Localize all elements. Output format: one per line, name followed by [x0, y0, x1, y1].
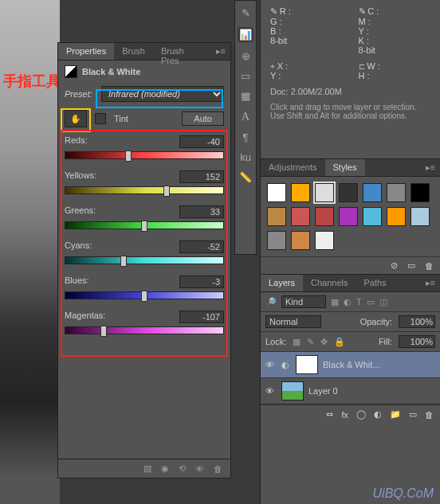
tab-styles[interactable]: Styles: [325, 159, 365, 176]
info-rgb: ✎ R : G : B : 8-bit: [270, 6, 343, 55]
panel-menu-icon[interactable]: ▸≡: [421, 159, 440, 176]
auto-button[interactable]: Auto: [182, 111, 224, 126]
adjustment-icon: ◐: [281, 360, 291, 370]
type-icon[interactable]: A: [242, 110, 250, 123]
preset-label: Preset:: [65, 89, 96, 99]
kuler-icon[interactable]: ku: [240, 151, 251, 163]
visibility-icon[interactable]: 👁: [265, 386, 277, 396]
new-style-icon[interactable]: ▭: [407, 260, 415, 271]
paragraph-icon[interactable]: ¶: [243, 131, 249, 143]
histogram-icon[interactable]: 📊: [238, 27, 253, 42]
highlight-preset: [96, 89, 223, 108]
tint-label: Tint: [114, 114, 128, 123]
info-panel: ✎ R : G : B : 8-bit ✎ C : M : Y : K : 8-…: [261, 0, 440, 159]
lock-pixels-icon[interactable]: ✎: [307, 337, 314, 347]
filter-type-icon[interactable]: T: [356, 297, 362, 307]
filter-icon[interactable]: 🔎: [265, 297, 277, 307]
fill-input[interactable]: 100%: [399, 335, 435, 348]
tint-checkbox[interactable]: [95, 113, 106, 124]
new-layer-icon[interactable]: ▭: [409, 409, 417, 420]
style-swatch[interactable]: [339, 207, 358, 226]
layer-row[interactable]: 👁 Layer 0: [261, 378, 440, 404]
style-swatch[interactable]: [411, 183, 430, 202]
filter-pixel-icon[interactable]: ▦: [331, 297, 339, 307]
tab-properties[interactable]: Properties: [58, 43, 114, 60]
style-swatch[interactable]: [315, 231, 334, 250]
toggle-visibility-icon[interactable]: 👁: [195, 464, 204, 474]
style-swatch[interactable]: [267, 231, 286, 250]
properties-footer: ▧ ◉ ⟲ 👁 🗑: [58, 459, 230, 478]
eyedropper-icon: ✎: [270, 6, 277, 16]
style-swatch[interactable]: [363, 207, 382, 226]
blend-mode-select[interactable]: Normal: [265, 315, 321, 328]
tab-paths[interactable]: Paths: [356, 275, 395, 291]
bw-adjustment-icon: [65, 65, 77, 78]
layer-name[interactable]: Layer 0: [308, 386, 338, 396]
reset-icon[interactable]: ⟲: [179, 463, 186, 474]
filter-shape-icon[interactable]: ▭: [367, 297, 375, 307]
filter-adjust-icon[interactable]: ◐: [344, 297, 352, 307]
panel-menu-icon[interactable]: ▸≡: [421, 275, 440, 291]
layer-name[interactable]: Black & Whit...: [323, 360, 380, 369]
info-wh: ⊏ W : H :: [359, 61, 431, 80]
lock-label: Lock:: [265, 337, 286, 346]
layer-thumb[interactable]: [281, 381, 304, 400]
group-icon[interactable]: 📁: [390, 409, 401, 420]
filter-kind-select[interactable]: Kind: [281, 295, 326, 308]
lock-transparent-icon[interactable]: ▦: [293, 337, 301, 347]
trash-icon[interactable]: 🗑: [214, 464, 222, 474]
opacity-label: Opacity:: [360, 317, 392, 326]
style-swatch[interactable]: [363, 183, 382, 202]
tab-channels[interactable]: Channels: [303, 275, 356, 291]
highlight-sliders: [61, 130, 228, 357]
info-cmyk: ✎ C : M : Y : K : 8-bit: [359, 6, 431, 55]
layer-row[interactable]: 👁 ◐ Black & Whit...: [261, 352, 440, 378]
tab-brush[interactable]: Brush: [114, 43, 153, 60]
visibility-icon[interactable]: 👁: [265, 360, 277, 369]
trash-icon[interactable]: 🗑: [425, 410, 434, 420]
tab-layers[interactable]: Layers: [261, 275, 303, 291]
style-swatch[interactable]: [315, 183, 334, 202]
eyedropper-icon: ✎: [359, 6, 366, 16]
mask-icon[interactable]: ◯: [356, 409, 366, 420]
watermark: UiBQ.CoM: [373, 486, 434, 501]
clip-icon[interactable]: ▧: [143, 463, 151, 474]
lock-position-icon[interactable]: ✥: [320, 337, 328, 347]
adjustment-layer-icon[interactable]: ◐: [374, 409, 382, 420]
style-swatch[interactable]: [291, 231, 310, 250]
style-swatch[interactable]: [267, 183, 286, 202]
fx-icon[interactable]: fx: [341, 410, 348, 420]
layers-panel: Layers Channels Paths ▸≡ 🔎 Kind ▦ ◐ T ▭ …: [261, 275, 440, 424]
ruler2-icon[interactable]: 📏: [239, 171, 252, 183]
styles-panel: Adjustments Styles ▸≡ ⊘ ▭ 🗑: [261, 159, 440, 275]
clear-style-icon[interactable]: ⊘: [391, 260, 398, 271]
style-swatch[interactable]: [411, 207, 430, 226]
layer-mask-thumb[interactable]: [296, 355, 318, 374]
style-swatch[interactable]: [291, 183, 310, 202]
doc-size: Doc: 2.00M/2.00M: [270, 87, 430, 96]
style-swatch[interactable]: [387, 207, 406, 226]
link-icon[interactable]: ⇔: [326, 409, 333, 420]
style-swatch[interactable]: [339, 183, 358, 202]
info-hint: Click and drag to move layer or selectio…: [270, 103, 430, 120]
view-previous-icon[interactable]: ◉: [161, 463, 169, 474]
opacity-input[interactable]: 100%: [399, 315, 435, 328]
adjustment-title: Black & White: [82, 67, 140, 76]
style-swatch[interactable]: [315, 207, 334, 226]
eyedropper-icon[interactable]: ✎: [242, 7, 250, 19]
swatches-icon[interactable]: ▦: [241, 90, 250, 102]
lock-all-icon[interactable]: 🔒: [334, 337, 345, 347]
style-swatch[interactable]: [387, 183, 406, 202]
filter-smart-icon[interactable]: ◫: [379, 297, 387, 307]
label-finger-tool: 手指工具: [3, 72, 61, 91]
panel-menu-icon[interactable]: ▸≡: [211, 43, 230, 60]
right-panels: ✎ R : G : B : 8-bit ✎ C : M : Y : K : 8-…: [260, 0, 440, 504]
trash-icon[interactable]: 🗑: [425, 261, 434, 271]
tab-adjustments[interactable]: Adjustments: [261, 159, 325, 176]
tab-brush-presets[interactable]: Brush Pres: [153, 43, 211, 60]
style-swatch[interactable]: [291, 207, 310, 226]
color-icon[interactable]: ▭: [241, 70, 250, 82]
ruler-icon[interactable]: ⊕: [242, 50, 250, 62]
highlight-finger: [61, 108, 91, 132]
style-swatch[interactable]: [267, 207, 286, 226]
